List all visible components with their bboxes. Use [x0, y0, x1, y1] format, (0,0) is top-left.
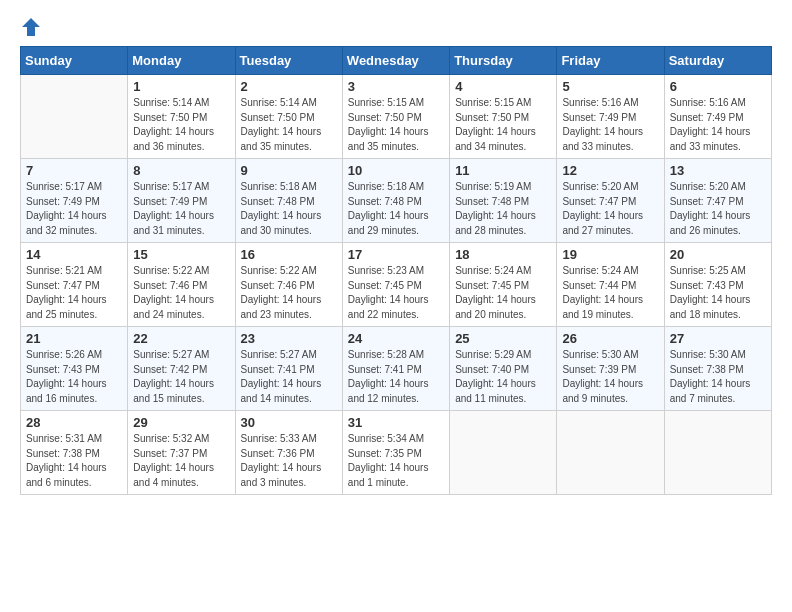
- calendar-cell: 23Sunrise: 5:27 AMSunset: 7:41 PMDayligh…: [235, 327, 342, 411]
- column-header-wednesday: Wednesday: [342, 47, 449, 75]
- calendar-cell: 24Sunrise: 5:28 AMSunset: 7:41 PMDayligh…: [342, 327, 449, 411]
- calendar-cell: [21, 75, 128, 159]
- day-info: Sunrise: 5:15 AMSunset: 7:50 PMDaylight:…: [348, 96, 444, 154]
- svg-marker-0: [22, 18, 40, 36]
- day-number: 7: [26, 163, 122, 178]
- calendar-cell: 27Sunrise: 5:30 AMSunset: 7:38 PMDayligh…: [664, 327, 771, 411]
- calendar-table: SundayMondayTuesdayWednesdayThursdayFrid…: [20, 46, 772, 495]
- calendar-cell: 13Sunrise: 5:20 AMSunset: 7:47 PMDayligh…: [664, 159, 771, 243]
- calendar-cell: 12Sunrise: 5:20 AMSunset: 7:47 PMDayligh…: [557, 159, 664, 243]
- calendar-cell: 30Sunrise: 5:33 AMSunset: 7:36 PMDayligh…: [235, 411, 342, 495]
- day-info: Sunrise: 5:24 AMSunset: 7:45 PMDaylight:…: [455, 264, 551, 322]
- day-info: Sunrise: 5:27 AMSunset: 7:41 PMDaylight:…: [241, 348, 337, 406]
- day-info: Sunrise: 5:26 AMSunset: 7:43 PMDaylight:…: [26, 348, 122, 406]
- calendar-cell: 25Sunrise: 5:29 AMSunset: 7:40 PMDayligh…: [450, 327, 557, 411]
- calendar-cell: [664, 411, 771, 495]
- day-number: 30: [241, 415, 337, 430]
- calendar-cell: 19Sunrise: 5:24 AMSunset: 7:44 PMDayligh…: [557, 243, 664, 327]
- calendar-cell: 20Sunrise: 5:25 AMSunset: 7:43 PMDayligh…: [664, 243, 771, 327]
- day-number: 26: [562, 331, 658, 346]
- day-number: 27: [670, 331, 766, 346]
- column-header-thursday: Thursday: [450, 47, 557, 75]
- calendar-cell: 26Sunrise: 5:30 AMSunset: 7:39 PMDayligh…: [557, 327, 664, 411]
- day-info: Sunrise: 5:16 AMSunset: 7:49 PMDaylight:…: [562, 96, 658, 154]
- day-number: 23: [241, 331, 337, 346]
- day-info: Sunrise: 5:18 AMSunset: 7:48 PMDaylight:…: [348, 180, 444, 238]
- day-info: Sunrise: 5:22 AMSunset: 7:46 PMDaylight:…: [133, 264, 229, 322]
- day-info: Sunrise: 5:15 AMSunset: 7:50 PMDaylight:…: [455, 96, 551, 154]
- day-number: 22: [133, 331, 229, 346]
- day-info: Sunrise: 5:30 AMSunset: 7:39 PMDaylight:…: [562, 348, 658, 406]
- day-info: Sunrise: 5:19 AMSunset: 7:48 PMDaylight:…: [455, 180, 551, 238]
- day-number: 13: [670, 163, 766, 178]
- calendar-cell: 6Sunrise: 5:16 AMSunset: 7:49 PMDaylight…: [664, 75, 771, 159]
- day-info: Sunrise: 5:31 AMSunset: 7:38 PMDaylight:…: [26, 432, 122, 490]
- column-header-sunday: Sunday: [21, 47, 128, 75]
- calendar-cell: 15Sunrise: 5:22 AMSunset: 7:46 PMDayligh…: [128, 243, 235, 327]
- logo: [20, 16, 46, 38]
- day-info: Sunrise: 5:30 AMSunset: 7:38 PMDaylight:…: [670, 348, 766, 406]
- header-row: SundayMondayTuesdayWednesdayThursdayFrid…: [21, 47, 772, 75]
- calendar-cell: 10Sunrise: 5:18 AMSunset: 7:48 PMDayligh…: [342, 159, 449, 243]
- day-info: Sunrise: 5:22 AMSunset: 7:46 PMDaylight:…: [241, 264, 337, 322]
- logo-icon: [20, 16, 42, 38]
- day-number: 16: [241, 247, 337, 262]
- day-number: 24: [348, 331, 444, 346]
- day-info: Sunrise: 5:34 AMSunset: 7:35 PMDaylight:…: [348, 432, 444, 490]
- day-info: Sunrise: 5:28 AMSunset: 7:41 PMDaylight:…: [348, 348, 444, 406]
- calendar-cell: 28Sunrise: 5:31 AMSunset: 7:38 PMDayligh…: [21, 411, 128, 495]
- calendar-cell: 16Sunrise: 5:22 AMSunset: 7:46 PMDayligh…: [235, 243, 342, 327]
- calendar-cell: 2Sunrise: 5:14 AMSunset: 7:50 PMDaylight…: [235, 75, 342, 159]
- day-number: 18: [455, 247, 551, 262]
- day-number: 5: [562, 79, 658, 94]
- day-number: 21: [26, 331, 122, 346]
- column-header-tuesday: Tuesday: [235, 47, 342, 75]
- calendar-cell: 7Sunrise: 5:17 AMSunset: 7:49 PMDaylight…: [21, 159, 128, 243]
- column-header-friday: Friday: [557, 47, 664, 75]
- day-info: Sunrise: 5:14 AMSunset: 7:50 PMDaylight:…: [133, 96, 229, 154]
- calendar-cell: 22Sunrise: 5:27 AMSunset: 7:42 PMDayligh…: [128, 327, 235, 411]
- calendar-cell: 9Sunrise: 5:18 AMSunset: 7:48 PMDaylight…: [235, 159, 342, 243]
- day-number: 19: [562, 247, 658, 262]
- week-row: 28Sunrise: 5:31 AMSunset: 7:38 PMDayligh…: [21, 411, 772, 495]
- calendar-cell: 14Sunrise: 5:21 AMSunset: 7:47 PMDayligh…: [21, 243, 128, 327]
- day-info: Sunrise: 5:17 AMSunset: 7:49 PMDaylight:…: [133, 180, 229, 238]
- day-info: Sunrise: 5:14 AMSunset: 7:50 PMDaylight:…: [241, 96, 337, 154]
- day-number: 29: [133, 415, 229, 430]
- day-info: Sunrise: 5:17 AMSunset: 7:49 PMDaylight:…: [26, 180, 122, 238]
- day-number: 14: [26, 247, 122, 262]
- week-row: 1Sunrise: 5:14 AMSunset: 7:50 PMDaylight…: [21, 75, 772, 159]
- calendar-cell: 11Sunrise: 5:19 AMSunset: 7:48 PMDayligh…: [450, 159, 557, 243]
- column-header-monday: Monday: [128, 47, 235, 75]
- day-info: Sunrise: 5:18 AMSunset: 7:48 PMDaylight:…: [241, 180, 337, 238]
- calendar-cell: [450, 411, 557, 495]
- day-number: 20: [670, 247, 766, 262]
- calendar-cell: 17Sunrise: 5:23 AMSunset: 7:45 PMDayligh…: [342, 243, 449, 327]
- calendar-cell: 31Sunrise: 5:34 AMSunset: 7:35 PMDayligh…: [342, 411, 449, 495]
- day-number: 28: [26, 415, 122, 430]
- calendar-cell: 4Sunrise: 5:15 AMSunset: 7:50 PMDaylight…: [450, 75, 557, 159]
- day-number: 17: [348, 247, 444, 262]
- day-info: Sunrise: 5:25 AMSunset: 7:43 PMDaylight:…: [670, 264, 766, 322]
- calendar-cell: 1Sunrise: 5:14 AMSunset: 7:50 PMDaylight…: [128, 75, 235, 159]
- day-info: Sunrise: 5:33 AMSunset: 7:36 PMDaylight:…: [241, 432, 337, 490]
- day-number: 6: [670, 79, 766, 94]
- calendar-cell: [557, 411, 664, 495]
- day-number: 11: [455, 163, 551, 178]
- calendar-cell: 21Sunrise: 5:26 AMSunset: 7:43 PMDayligh…: [21, 327, 128, 411]
- day-number: 9: [241, 163, 337, 178]
- day-info: Sunrise: 5:32 AMSunset: 7:37 PMDaylight:…: [133, 432, 229, 490]
- day-number: 12: [562, 163, 658, 178]
- day-info: Sunrise: 5:24 AMSunset: 7:44 PMDaylight:…: [562, 264, 658, 322]
- calendar-cell: 18Sunrise: 5:24 AMSunset: 7:45 PMDayligh…: [450, 243, 557, 327]
- day-info: Sunrise: 5:27 AMSunset: 7:42 PMDaylight:…: [133, 348, 229, 406]
- header: [20, 16, 772, 38]
- week-row: 14Sunrise: 5:21 AMSunset: 7:47 PMDayligh…: [21, 243, 772, 327]
- day-info: Sunrise: 5:21 AMSunset: 7:47 PMDaylight:…: [26, 264, 122, 322]
- day-info: Sunrise: 5:20 AMSunset: 7:47 PMDaylight:…: [670, 180, 766, 238]
- day-info: Sunrise: 5:29 AMSunset: 7:40 PMDaylight:…: [455, 348, 551, 406]
- day-number: 31: [348, 415, 444, 430]
- day-number: 3: [348, 79, 444, 94]
- week-row: 21Sunrise: 5:26 AMSunset: 7:43 PMDayligh…: [21, 327, 772, 411]
- calendar-cell: 8Sunrise: 5:17 AMSunset: 7:49 PMDaylight…: [128, 159, 235, 243]
